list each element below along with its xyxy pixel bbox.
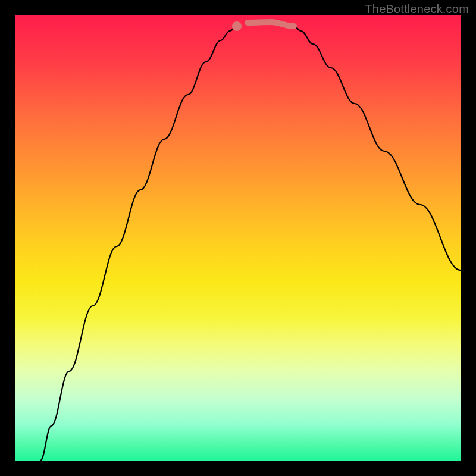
- highlight-dot: [232, 21, 242, 31]
- curve-right-branch: [294, 26, 461, 270]
- curve-left-branch: [40, 26, 237, 461]
- highlight-segment: [248, 22, 294, 26]
- plot-area: [15, 15, 461, 461]
- curve-svg: [15, 15, 461, 461]
- chart-frame: TheBottleneck.com: [0, 0, 476, 476]
- watermark-text: TheBottleneck.com: [365, 2, 469, 16]
